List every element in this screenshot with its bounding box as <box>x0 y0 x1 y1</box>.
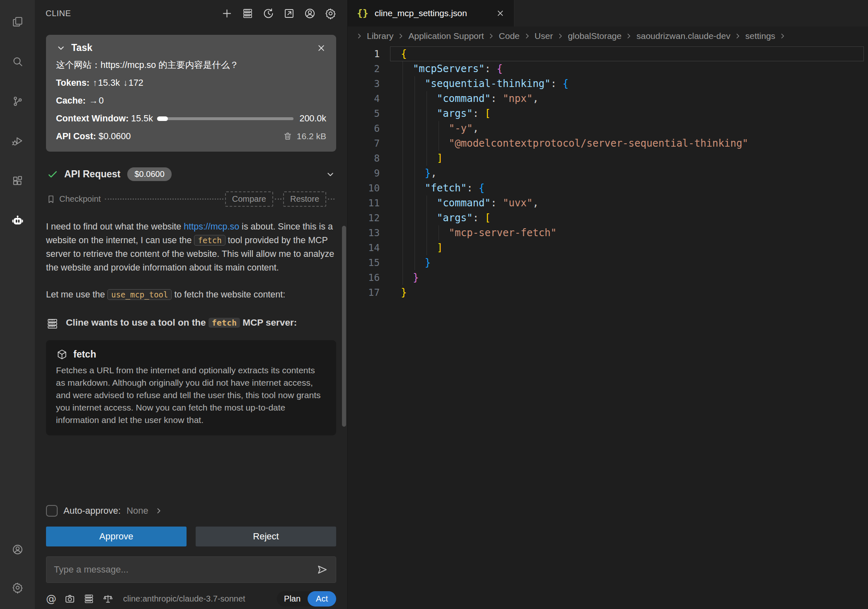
breadcrumb-item[interactable]: Code <box>498 31 520 41</box>
cube-icon <box>56 348 68 360</box>
activity-bar-explorer-button[interactable] <box>0 2 35 41</box>
mcp-link[interactable]: https://mcp.so <box>184 222 239 232</box>
auto-approve-checkbox[interactable] <box>46 505 58 517</box>
activity-bar-search-button[interactable] <box>0 41 35 81</box>
send-icon[interactable] <box>316 563 328 576</box>
cache-row: Cache: →0 <box>56 94 326 107</box>
compare-button[interactable]: Compare <box>225 191 273 207</box>
activity-bar-source-control-button[interactable] <box>0 81 35 121</box>
line-number: 15 <box>348 255 380 270</box>
tool-name-badge: fetch <box>209 318 240 328</box>
chevron-right-icon <box>353 32 366 40</box>
api-cost-row: API Cost: $0.0600 16.2 kB <box>56 130 326 143</box>
trash-icon[interactable] <box>283 131 293 141</box>
activity-bar-account-button[interactable] <box>0 530 35 568</box>
scales-icon[interactable] <box>102 593 114 604</box>
act-mode-button[interactable]: Act <box>308 591 336 607</box>
checkpoint-label: Checkpoint <box>59 194 101 204</box>
breadcrumb-item[interactable]: Application Support <box>407 31 485 41</box>
arrow-down-icon: ↓ <box>122 78 129 88</box>
code-line: 7 "@modelcontextprotocol/server-sequenti… <box>348 136 868 151</box>
chevron-right-icon <box>485 32 498 40</box>
divider <box>275 198 281 200</box>
restore-button[interactable]: Restore <box>283 191 326 207</box>
context-progress-fill <box>157 116 168 121</box>
cline-icon <box>12 215 24 227</box>
line-number: 5 <box>348 106 380 121</box>
tokens-row: Tokens: ↑15.3k ↓172 <box>56 77 326 89</box>
context-progress-bar <box>157 117 293 120</box>
code-editor[interactable]: 1{2 "mcpServers": {3 "sequential-thinkin… <box>348 46 868 609</box>
activity-bar-cline-button[interactable] <box>0 201 35 240</box>
breadcrumb-item[interactable]: saoudrizwan.claude-dev <box>635 31 731 41</box>
code-line: 11 "command": "uvx", <box>348 196 868 210</box>
code-line: 8 ] <box>348 151 868 166</box>
plan-mode-button[interactable]: Plan <box>277 591 308 607</box>
code-line: 14 ] <box>348 240 868 255</box>
chevron-down-icon[interactable] <box>325 169 335 179</box>
message-input[interactable]: Type a message... <box>46 556 336 583</box>
close-task-icon[interactable] <box>316 43 326 53</box>
chat-scrollbar[interactable] <box>342 226 346 427</box>
panel-title: CLINE <box>46 9 71 18</box>
chevron-right-icon <box>521 32 534 40</box>
mcp-server-icon <box>46 316 59 330</box>
assistant-message: I need to find out what the website http… <box>46 220 336 275</box>
line-number: 8 <box>348 151 380 166</box>
at-icon[interactable]: @ <box>46 593 56 605</box>
code-line: 2 "mcpServers": { <box>348 61 868 76</box>
api-request-label: API Request <box>64 169 120 180</box>
breadcrumb-item[interactable]: User <box>534 31 554 41</box>
tab-bar: {} cline_mcp_settings.json <box>348 0 868 27</box>
code-line: 5 "args": [ <box>348 106 868 121</box>
open-in-new-icon[interactable] <box>283 7 295 19</box>
search-icon <box>12 56 24 68</box>
tab-cline-mcp-settings[interactable]: {} cline_mcp_settings.json <box>348 0 514 27</box>
line-number: 9 <box>348 166 380 181</box>
account-icon[interactable] <box>304 7 316 19</box>
api-request-row[interactable]: API Request $0.0600 <box>46 167 336 181</box>
settings-icon[interactable] <box>325 7 337 19</box>
line-number: 6 <box>348 121 380 136</box>
history-icon[interactable] <box>262 7 274 19</box>
code-line: 1{ <box>348 46 868 61</box>
panel-footer: @ cline:anthropic/claude-3.7-sonnet Plan… <box>46 591 336 607</box>
code-line: 12 "args": [ <box>348 210 868 225</box>
code-line: 9 }, <box>348 166 868 181</box>
breadcrumb-item[interactable]: settings <box>744 31 776 41</box>
code-line: 6 "-y", <box>348 121 868 136</box>
reject-button[interactable]: Reject <box>196 527 336 546</box>
line-number: 16 <box>348 270 380 285</box>
activity-bar-settings-button[interactable] <box>0 568 35 607</box>
activity-bar-run-debug-button[interactable] <box>0 121 35 161</box>
activity-bar-extensions-button[interactable] <box>0 161 35 201</box>
plus-icon[interactable] <box>221 7 233 19</box>
explorer-icon <box>12 16 24 28</box>
code-line: 4 "command": "npx", <box>348 91 868 106</box>
auto-approve-value: None <box>126 505 148 516</box>
mcp-server-icon[interactable] <box>242 7 254 19</box>
breadcrumb-item[interactable]: Library <box>366 31 394 41</box>
chevron-right-icon <box>554 32 567 40</box>
arrow-right-icon: → <box>88 96 99 106</box>
chevron-right-icon <box>394 32 407 40</box>
bookmark-icon <box>46 194 56 204</box>
code-line: 15 } <box>348 255 868 270</box>
chevron-right-icon[interactable] <box>154 506 163 515</box>
editor: {} cline_mcp_settings.json LibraryApplic… <box>348 0 868 609</box>
arrow-up-icon: ↑ <box>92 78 98 88</box>
close-tab-icon[interactable] <box>496 9 505 18</box>
line-number: 11 <box>348 196 380 210</box>
json-file-icon: {} <box>357 8 369 19</box>
cline-panel: CLINE Task 这个网站：https://mcp.so 的主要内容是什么？… <box>35 0 348 609</box>
chevron-down-icon[interactable] <box>56 43 66 53</box>
mcp-server-icon[interactable] <box>83 593 95 604</box>
line-number: 1 <box>348 46 380 61</box>
mode-toggle: Plan Act <box>277 591 336 607</box>
tab-label: cline_mcp_settings.json <box>375 8 490 18</box>
camera-icon[interactable] <box>64 593 75 604</box>
approve-button[interactable]: Approve <box>46 527 187 546</box>
breadcrumb-item[interactable]: globalStorage <box>567 31 623 41</box>
divider <box>105 198 223 200</box>
line-number: 10 <box>348 181 380 196</box>
